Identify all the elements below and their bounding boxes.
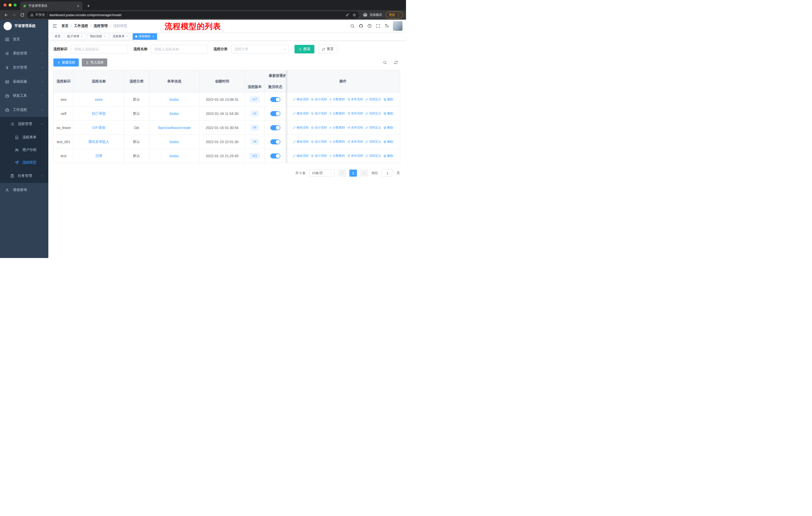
reset-button[interactable]: 重置 xyxy=(318,45,338,53)
design-process-link[interactable]: 设计流程 xyxy=(311,126,327,130)
active-toggle[interactable] xyxy=(270,97,281,102)
sidebar-item-user-group[interactable]: 用户分组 xyxy=(0,144,48,156)
browser-update-button[interactable]: 更新 xyxy=(386,11,403,19)
url-text[interactable]: dashboard.yudao.iocoder.cn/bpm/manager/m… xyxy=(49,13,344,17)
active-toggle[interactable] xyxy=(270,139,281,144)
process-definition-link[interactable]: 流程定义 xyxy=(365,111,381,116)
process-definition-link[interactable]: 流程定义 xyxy=(365,97,381,102)
search-button[interactable]: 搜索 xyxy=(294,45,314,53)
process-name-input[interactable] xyxy=(151,45,208,53)
next-page-button[interactable] xyxy=(360,169,368,176)
menu-dots-icon[interactable] xyxy=(397,13,401,17)
close-icon[interactable] xyxy=(152,35,154,38)
create-process-button[interactable]: 新建流程 xyxy=(53,58,79,66)
font-size-icon[interactable] xyxy=(384,24,389,28)
window-minimize-button[interactable] xyxy=(8,3,11,6)
sidebar-item-process-model[interactable]: 流程模型 xyxy=(0,156,48,169)
back-button[interactable] xyxy=(3,12,9,18)
design-process-link[interactable]: 设计流程 xyxy=(311,111,327,116)
address-bar[interactable]: 不安全 dashboard.yudao.iocoder.cn/bpm/manag… xyxy=(27,11,359,19)
edit-process-link[interactable]: 修改流程 xyxy=(293,111,309,116)
breadcrumb-item[interactable]: 首页 xyxy=(61,24,68,28)
edit-process-link[interactable]: 修改流程 xyxy=(293,154,309,158)
design-process-link[interactable]: 设计流程 xyxy=(311,97,327,102)
tab-close-icon[interactable] xyxy=(76,4,80,8)
window-close-button[interactable] xyxy=(3,3,6,6)
process-name-link[interactable]: eeee xyxy=(95,98,103,102)
goto-page-input[interactable] xyxy=(382,169,393,176)
tag-my-process[interactable]: 我的流程 xyxy=(87,33,109,40)
active-toggle[interactable] xyxy=(270,154,281,159)
toggle-search-icon[interactable] xyxy=(383,60,387,64)
sidebar-item-payment[interactable]: 支付管理 xyxy=(0,60,48,75)
breadcrumb-item[interactable]: 流程管理 xyxy=(94,24,108,28)
breadcrumb-item[interactable]: 工作流程 xyxy=(74,24,88,28)
publish-process-link[interactable]: 发布流程 xyxy=(347,111,363,116)
form-info-link[interactable]: biubiu xyxy=(170,140,179,144)
process-definition-link[interactable]: 流程定义 xyxy=(365,126,381,130)
bookmark-star-icon[interactable] xyxy=(352,13,356,17)
sidebar-item-workflow[interactable]: 工作流程 xyxy=(0,103,48,117)
process-id-input[interactable] xyxy=(71,45,128,53)
tag-home[interactable]: 首页 xyxy=(52,33,63,40)
page-size-select[interactable]: 10条/页 xyxy=(309,169,335,176)
fullscreen-icon[interactable] xyxy=(376,24,380,28)
assign-rule-link[interactable]: 分配规则 xyxy=(329,97,345,102)
browser-tab[interactable]: 芋道管理系统 xyxy=(20,1,83,10)
publish-process-link[interactable]: 发布流程 xyxy=(347,126,363,130)
sidebar-item-process-form[interactable]: 流程表单 xyxy=(0,131,48,144)
assign-rule-link[interactable]: 分配规则 xyxy=(329,126,345,130)
process-name-link[interactable]: OA 请假 xyxy=(92,126,105,130)
publish-process-link[interactable]: 发布流程 xyxy=(347,154,363,158)
assign-rule-link[interactable]: 分配规则 xyxy=(329,140,345,144)
close-icon[interactable] xyxy=(126,35,128,38)
reload-button[interactable] xyxy=(19,12,25,18)
refresh-table-icon[interactable] xyxy=(394,60,398,64)
security-status[interactable]: 不安全 xyxy=(30,12,45,17)
tag-tenant-management[interactable]: 租户管理 xyxy=(65,33,86,40)
user-avatar[interactable] xyxy=(393,21,403,31)
delete-process-link[interactable]: 删除 xyxy=(383,140,393,144)
import-process-button[interactable]: 导入流程 xyxy=(82,58,107,66)
close-icon[interactable] xyxy=(103,35,106,38)
active-toggle[interactable] xyxy=(270,125,281,130)
edit-process-link[interactable]: 修改流程 xyxy=(293,140,309,144)
sidebar-item-devtools[interactable]: 研发工具 xyxy=(0,89,48,103)
forward-button[interactable] xyxy=(11,12,17,18)
delete-process-link[interactable]: 删除 xyxy=(383,111,393,116)
search-icon[interactable] xyxy=(350,24,355,28)
delete-process-link[interactable]: 删除 xyxy=(383,154,393,158)
process-name-link[interactable]: 测试多审批人 xyxy=(88,140,110,144)
process-name-link[interactable]: 滔博 xyxy=(95,154,103,158)
sidebar-toggle-button[interactable] xyxy=(48,20,61,32)
github-icon[interactable] xyxy=(359,24,363,28)
sidebar-item-leave-query[interactable]: 请假查询 xyxy=(0,183,48,197)
form-info-link[interactable]: /bpm/oa/leave/create xyxy=(158,126,191,130)
sidebar-item-infrastructure[interactable]: 基础设施 xyxy=(0,75,48,89)
sidebar-item-task-management[interactable]: 任务管理 xyxy=(0,169,48,183)
help-icon[interactable] xyxy=(367,24,372,28)
process-definition-link[interactable]: 流程定义 xyxy=(365,154,381,158)
delete-process-link[interactable]: 删除 xyxy=(383,126,393,130)
password-key-icon[interactable] xyxy=(346,13,349,17)
close-icon[interactable] xyxy=(81,35,83,38)
sidebar-item-process-management[interactable]: 流程管理 xyxy=(0,117,48,131)
publish-process-link[interactable]: 发布流程 xyxy=(347,140,363,144)
edit-process-link[interactable]: 修改流程 xyxy=(293,97,309,102)
process-name-link[interactable]: 自己审批 xyxy=(92,111,106,115)
tag-process-model[interactable]: 流程模型 xyxy=(133,33,157,40)
sidebar-item-home[interactable]: 首页 xyxy=(0,32,48,46)
app-logo[interactable]: 芋道管理系统 xyxy=(0,20,48,32)
design-process-link[interactable]: 设计流程 xyxy=(311,140,327,144)
new-tab-button[interactable] xyxy=(85,2,92,9)
prev-page-button[interactable] xyxy=(338,169,346,176)
assign-rule-link[interactable]: 分配规则 xyxy=(329,154,345,158)
page-number-button[interactable]: 1 xyxy=(349,169,357,176)
delete-process-link[interactable]: 删除 xyxy=(383,97,393,102)
assign-rule-link[interactable]: 分配规则 xyxy=(329,111,345,116)
design-process-link[interactable]: 设计流程 xyxy=(311,154,327,158)
form-info-link[interactable]: biubiu xyxy=(170,154,179,158)
tag-process-form[interactable]: 流程表单 xyxy=(110,33,131,40)
category-select[interactable]: 流程分类 xyxy=(231,45,289,53)
sidebar-item-system[interactable]: 系统管理 xyxy=(0,46,48,60)
